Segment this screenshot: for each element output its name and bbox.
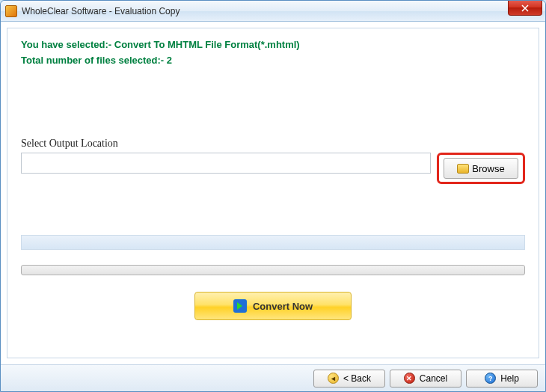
back-icon: ◄ [328,373,339,384]
cancel-icon: ✕ [404,373,415,384]
help-icon: ? [485,373,496,384]
cancel-button[interactable]: ✕ Cancel [390,370,461,388]
footer-bar: ◄ < Back ✕ Cancel ? Help [1,364,545,391]
selection-info: You have selected:- Convert To MHTML Fil… [21,39,525,50]
convert-icon [233,299,247,313]
window-title: WholeClear Software - Evaluation Copy [22,6,180,16]
help-button[interactable]: ? Help [466,370,538,388]
back-button-label: < Back [343,373,371,384]
file-count-info: Total number of files selected:- 2 [21,55,525,66]
progress-bar [21,265,525,275]
browse-button[interactable]: Browse [444,158,518,179]
content-area: You have selected:- Convert To MHTML Fil… [1,22,545,364]
folder-icon [457,164,469,174]
convert-now-button[interactable]: Convert Now [194,292,352,320]
convert-now-label: Convert Now [253,301,313,312]
back-button[interactable]: ◄ < Back [313,370,385,388]
output-row: Browse [21,153,525,184]
cancel-button-label: Cancel [420,373,447,384]
close-icon [521,4,529,12]
help-button-label: Help [500,373,519,384]
output-location-input[interactable] [21,153,431,174]
output-location-label: Select Output Location [21,138,525,150]
app-icon [5,5,17,17]
title-bar: WholeClear Software - Evaluation Copy [1,1,545,22]
close-button[interactable] [508,1,542,16]
app-window: WholeClear Software - Evaluation Copy Yo… [0,0,546,392]
browse-highlight: Browse [437,153,525,184]
main-panel: You have selected:- Convert To MHTML Fil… [7,28,539,358]
status-strip [21,235,525,250]
browse-button-label: Browse [472,163,504,174]
convert-row: Convert Now [21,292,525,320]
